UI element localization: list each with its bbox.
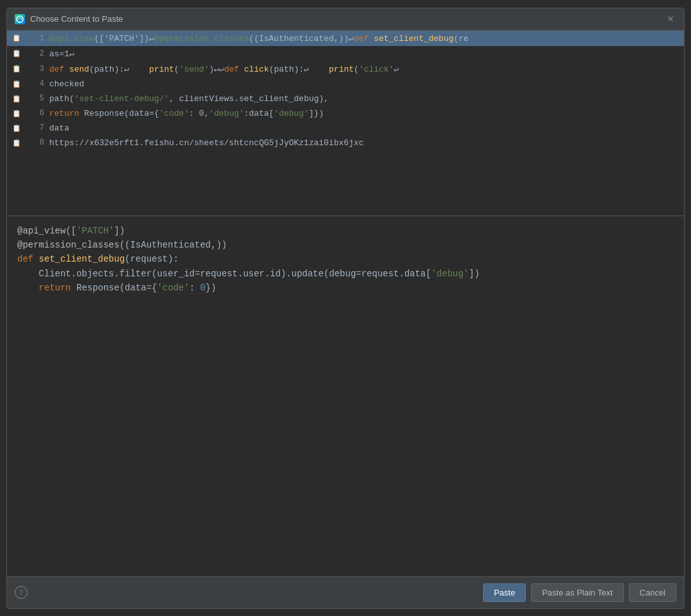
row-content-1: @api_view(['PATCH'])↵@permission_classes… xyxy=(49,33,468,43)
row-icon-3: 📋 xyxy=(12,65,21,73)
close-button[interactable]: ✕ xyxy=(665,13,676,25)
row-icon-2: 📋 xyxy=(12,49,21,58)
clipboard-row-1[interactable]: 📋 1 @api_view(['PATCH'])↵@permission_cla… xyxy=(7,31,684,46)
preview-line-2: @permission_classes((IsAuthenticated,)) xyxy=(17,238,674,252)
row-content-7: data xyxy=(49,123,69,133)
row-num-4: 4 xyxy=(25,79,44,88)
dialog-title: Choose Content to Paste xyxy=(30,14,123,24)
row-num-3: 3 xyxy=(25,65,44,74)
row-icon-1: 📋 xyxy=(12,34,21,42)
paste-plain-button[interactable]: Paste as Plain Text xyxy=(531,583,623,602)
help-button[interactable]: ? xyxy=(15,586,28,599)
row-num-2: 2 xyxy=(25,49,44,58)
pycharm-icon xyxy=(15,14,25,24)
row-icon-4: 📋 xyxy=(12,80,21,88)
paste-button[interactable]: Paste xyxy=(483,583,526,602)
preview-line-3: def set_client_debug(request): xyxy=(17,252,674,266)
action-buttons: Paste Paste as Plain Text Cancel xyxy=(483,583,676,602)
row-num-7: 7 xyxy=(25,123,44,132)
clipboard-row-4[interactable]: 📋 4 checked xyxy=(7,77,684,91)
row-num-1: 1 xyxy=(25,34,44,43)
row-icon-6: 📋 xyxy=(12,109,21,118)
clipboard-row-5[interactable]: 📋 5 path('set-client-debug/', clientView… xyxy=(7,91,684,106)
bottom-bar: ? Paste Paste as Plain Text Cancel xyxy=(7,576,684,608)
row-content-4: checked xyxy=(49,79,84,89)
choose-content-dialog: Choose Content to Paste ✕ 📋 1 @api_view(… xyxy=(6,8,685,609)
row-content-8: https://x632e5rft1.feishu.cn/sheets/shtc… xyxy=(49,138,363,148)
clipboard-row-2[interactable]: 📋 2 as=1↵ xyxy=(7,46,684,61)
row-icon-7: 📋 xyxy=(12,124,21,132)
row-icon-5: 📋 xyxy=(12,95,21,103)
preview-line-5: return Response(data={'code': 0}) xyxy=(17,281,674,295)
row-num-6: 6 xyxy=(25,109,44,118)
row-num-5: 5 xyxy=(25,94,44,103)
cancel-button[interactable]: Cancel xyxy=(629,583,676,602)
row-content-2: as=1↵ xyxy=(49,49,74,59)
row-content-5: path('set-client-debug/', clientViews.se… xyxy=(49,94,329,104)
row-num-8: 8 xyxy=(25,138,44,147)
preview-line-4: Client.objects.filter(user_id=request.us… xyxy=(17,267,674,281)
row-icon-8: 📋 xyxy=(12,139,21,147)
preview-line-1: @api_view(['PATCH']) xyxy=(17,224,674,238)
preview-panel: @api_view(['PATCH']) @permission_classes… xyxy=(7,216,684,576)
clipboard-row-3[interactable]: 📋 3 def send(path):↵ print('send')↵↵def … xyxy=(7,61,684,77)
clipboard-panel: 📋 1 @api_view(['PATCH'])↵@permission_cla… xyxy=(7,31,684,216)
clipboard-row-7[interactable]: 📋 7 data xyxy=(7,121,684,136)
clipboard-row-8[interactable]: 📋 8 https://x632e5rft1.feishu.cn/sheets/… xyxy=(7,136,684,150)
clipboard-row-6[interactable]: 📋 6 return Response(data={'code': 0,'deb… xyxy=(7,106,684,121)
row-content-6: return Response(data={'code': 0,'debug':… xyxy=(49,109,324,118)
svg-point-0 xyxy=(17,16,23,22)
row-content-3: def send(path):↵ print('send')↵↵def clic… xyxy=(49,64,399,74)
title-bar: Choose Content to Paste ✕ xyxy=(7,8,684,31)
